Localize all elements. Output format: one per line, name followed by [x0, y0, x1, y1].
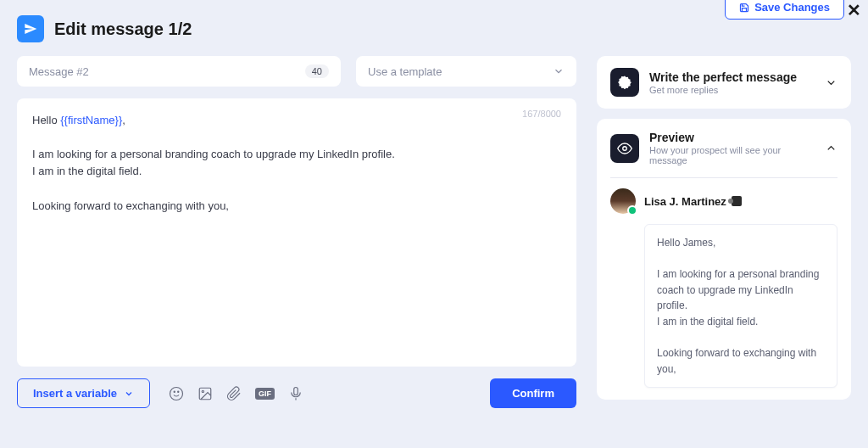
confirm-label: Confirm: [512, 387, 554, 400]
editor-content: Hello {{firstName}}, I am looking for a …: [32, 112, 561, 215]
template-select-label: Use a template: [368, 65, 442, 78]
image-icon[interactable]: [198, 386, 213, 401]
message-name-input[interactable]: Message #2 40: [17, 56, 341, 87]
check-badge-icon: [610, 68, 639, 97]
template-select[interactable]: Use a template: [356, 56, 576, 87]
eye-icon: [610, 134, 639, 163]
greeting-prefix: Hello: [32, 114, 60, 126]
preview-title: Preview: [649, 131, 815, 144]
write-perfect-title: Write the perfect message: [649, 70, 815, 84]
header-send-icon: [17, 15, 44, 42]
preview-person-name: Lisa J. Martinez: [644, 195, 726, 208]
chevron-down-icon: [825, 76, 837, 89]
svg-point-2: [178, 391, 179, 392]
insert-variable-button[interactable]: Insert a variable: [17, 378, 150, 408]
svg-point-0: [170, 387, 183, 400]
preview-bubble: Hello James, I am looking for a personal…: [644, 224, 837, 388]
preview-card: Preview How your prospect will see your …: [597, 119, 851, 400]
credential-badge-icon: [732, 196, 742, 206]
emoji-icon[interactable]: [169, 386, 184, 401]
save-changes-button[interactable]: Save Changes: [725, 0, 844, 20]
confirm-button[interactable]: Confirm: [490, 378, 576, 408]
toolbar: GIF: [169, 386, 303, 401]
save-icon: [739, 3, 749, 13]
chevron-down-icon: [124, 389, 134, 399]
message-name-label: Message #2: [29, 65, 89, 78]
attachment-icon[interactable]: [226, 386, 242, 401]
avatar: [610, 188, 636, 214]
svg-point-1: [174, 391, 175, 392]
svg-rect-5: [294, 387, 298, 395]
chevron-up-icon: [825, 142, 837, 154]
message-editor[interactable]: 167/8000 Hello {{firstName}}, I am looki…: [17, 98, 576, 367]
chevron-down-icon: [553, 65, 565, 77]
editor-body: I am looking for a personal branding coa…: [32, 148, 395, 211]
bottom-bar: Insert a variable GIF: [17, 367, 576, 408]
svg-point-7: [623, 146, 627, 150]
close-icon[interactable]: ✕: [840, 0, 868, 24]
preview-person: Lisa J. Martinez: [610, 188, 837, 214]
save-changes-label: Save Changes: [754, 1, 830, 14]
insert-variable-label: Insert a variable: [33, 387, 117, 400]
preview-sub: How your prospect will see your message: [649, 145, 815, 165]
message-name-counter: 40: [305, 64, 329, 78]
write-perfect-card[interactable]: Write the perfect message Get more repli…: [597, 56, 851, 109]
voice-icon[interactable]: [288, 386, 303, 401]
page-title: Edit message 1/2: [54, 20, 192, 39]
write-perfect-sub: Get more replies: [649, 85, 815, 95]
preview-card-header[interactable]: Preview How your prospect will see your …: [610, 131, 837, 165]
char-counter: 167/8000: [522, 109, 561, 119]
greeting-suffix: ,: [122, 114, 125, 126]
first-name-variable: {{firstName}}: [60, 114, 122, 126]
svg-point-4: [202, 390, 203, 392]
divider: [610, 177, 837, 178]
gif-icon[interactable]: GIF: [255, 386, 275, 401]
